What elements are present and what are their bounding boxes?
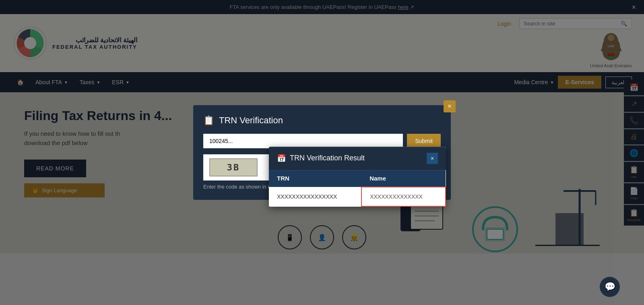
result-modal-icon: 📅: [277, 154, 286, 163]
trn-number-input[interactable]: [203, 134, 403, 148]
trn-submit-button[interactable]: Submit: [407, 134, 441, 148]
trn-modal-header: 📋 TRN Verification: [203, 115, 441, 126]
trn-verification-modal: × 📋 TRN Verification Submit 3B Enter the…: [193, 105, 451, 200]
chat-icon: 💬: [605, 282, 615, 292]
result-modal-title: 📅 TRN Verification Result: [277, 154, 365, 163]
captcha-image: 3B: [209, 158, 258, 176]
chat-button[interactable]: 💬: [600, 277, 620, 297]
result-table-trn-header: TRN: [269, 170, 361, 187]
result-modal-header: 📅 TRN Verification Result ×: [269, 147, 446, 170]
result-table-row: XXXXXXXXXXXXXXXX XXXXXXXXXXXXXX: [269, 187, 446, 206]
trn-modal-icon: 📋: [203, 115, 214, 126]
trn-result-modal: 📅 TRN Verification Result × TRN Name XXX…: [269, 147, 446, 207]
trn-input-row: Submit: [203, 134, 441, 148]
result-modal-close-button[interactable]: ×: [427, 153, 438, 164]
result-name-value: XXXXXXXXXXXXXX: [361, 187, 446, 206]
result-trn-value: XXXXXXXXXXXXXXXX: [269, 187, 361, 206]
modal-overlay: × 📋 TRN Verification Submit 3B Enter the…: [0, 0, 644, 305]
trn-modal-title: TRN Verification: [219, 115, 283, 126]
trn-modal-close-button[interactable]: ×: [444, 100, 456, 112]
result-table-name-header: Name: [361, 170, 446, 187]
result-table: TRN Name XXXXXXXXXXXXXXXX XXXXXXXXXXXXXX: [269, 170, 446, 207]
